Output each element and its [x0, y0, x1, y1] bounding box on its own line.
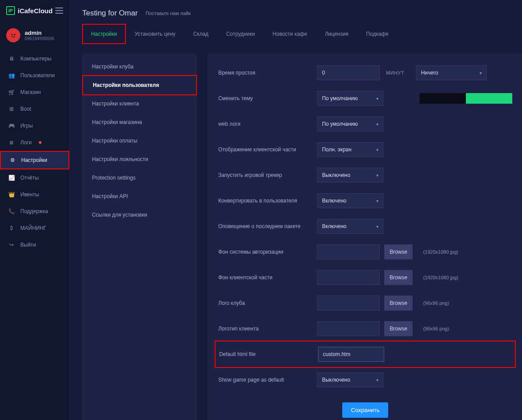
theme-select[interactable]: По умолчанию ▾ — [317, 91, 383, 106]
bg-auth-browse-button[interactable]: Browse — [384, 244, 412, 259]
phone-icon: 📞 — [8, 208, 15, 214]
menu-toggle-icon[interactable] — [55, 8, 63, 14]
sidebar-item-monitor[interactable]: 🖥Компьютеры — [0, 50, 69, 67]
logout-icon: ↪ — [8, 242, 15, 248]
idle-unit: МИНУТ — [386, 70, 410, 75]
row-bg-client: Фон клиентской части Browse (1920x1080 j… — [218, 265, 512, 290]
cart-icon: 🛒 — [8, 89, 15, 95]
logo-client-browse-button[interactable]: Browse — [384, 321, 412, 336]
users-icon: 👥 — [8, 72, 15, 79]
bg-client-hint: (1920x1080 jpg) — [423, 275, 458, 280]
topbar: Testing for Omar Поставьте нам лайк — [70, 0, 522, 24]
like-link[interactable]: Поставьте нам лайк — [146, 11, 191, 16]
page-title: Testing for Omar — [82, 9, 138, 18]
tab-лицензия[interactable]: Лицензия — [317, 25, 356, 43]
sidebar-item-label: Ивенты — [20, 191, 39, 198]
subnav-item[interactable]: Настройки API — [82, 187, 197, 206]
sidebar-item-bitcoin[interactable]: ₿МАЙНИНГ — [0, 220, 69, 236]
label-theme: Сменить тему — [218, 95, 311, 101]
logo-client-hint: (96x96 png) — [423, 326, 449, 331]
gear-icon: ⚙ — [9, 157, 16, 163]
row-logo-club: Лого клуба Browse (96x96 png) — [218, 290, 512, 316]
weblogs-value: По умолчанию — [322, 121, 358, 127]
sidebar-item-crown[interactable]: 👑Ивенты — [0, 186, 69, 203]
subnav-item[interactable]: Настройки магазина — [82, 113, 197, 131]
idle-input[interactable] — [317, 65, 380, 80]
user-id: 096184986696 — [25, 36, 54, 41]
lastpacket-select[interactable]: Включено ▾ — [317, 219, 383, 234]
subnav-item[interactable]: Настройки пользователя — [82, 75, 197, 95]
brand-text: iCafeCloud — [18, 7, 53, 15]
subnav-item[interactable]: Настройки клуба — [82, 57, 197, 76]
theme-value: По умолчанию — [322, 95, 358, 101]
row-theme: Сменить тему По умолчанию ▾ — [218, 86, 512, 111]
bg-client-browse-button[interactable]: Browse — [384, 270, 412, 285]
chevron-down-icon: ▾ — [480, 71, 482, 75]
sidebar-item-gamepad[interactable]: 🎮Игры — [0, 117, 69, 134]
chevron-down-icon: ▾ — [376, 122, 378, 127]
sidebar-item-label: Магазин — [20, 89, 41, 95]
subnav-item[interactable]: Ссылки для установки — [82, 206, 197, 224]
label-bg-auth: Фон системы авторизации — [218, 249, 311, 255]
save-button[interactable]: Сохранить — [342, 402, 389, 418]
row-gamepage: Show game page as default Выключено ▾ — [218, 367, 512, 393]
sidebar-item-cart[interactable]: 🛒Магазин — [0, 84, 69, 101]
tab-настройки[interactable]: Настройки — [83, 25, 125, 43]
theme-green-swatch — [466, 93, 512, 104]
tab-склад[interactable]: Склад — [185, 25, 216, 43]
tab-установить-цену[interactable]: Установить цену — [127, 25, 183, 43]
gamepage-select[interactable]: Выключено ▾ — [317, 372, 383, 387]
tracker-value: Выключено — [322, 172, 350, 178]
row-clientview: Отображение клиентской части Полн. экран… — [218, 137, 512, 162]
tab-сотрудники[interactable]: Сотрудники — [218, 25, 263, 43]
default-html-input[interactable] — [318, 347, 384, 362]
chart-icon: 📈 — [8, 175, 15, 181]
sidebar-item-label: Отчёты — [20, 175, 39, 181]
idle-action-select[interactable]: Ничего ▾ — [416, 65, 487, 80]
logo-club-field[interactable] — [317, 296, 380, 311]
sidebar-item-logs[interactable]: ≣Логи — [0, 134, 69, 151]
sidebar-item-chart[interactable]: 📈Отчёты — [0, 169, 69, 186]
sidebar-item-label: Boot — [20, 106, 31, 112]
subnav-item[interactable]: Настройки клиента — [82, 94, 197, 113]
notification-dot — [39, 141, 42, 144]
theme-dark-swatch — [420, 93, 466, 104]
sidebar-item-windows[interactable]: ⊞Boot — [0, 101, 69, 117]
user-block[interactable]: admin 096184986696 — [0, 21, 69, 46]
chevron-down-icon: ▾ — [376, 199, 378, 203]
label-lastpacket: Оповещение о последнем пакете — [218, 223, 311, 229]
gamepage-value: Выключено — [322, 377, 350, 383]
subnav-item[interactable]: Protection settings — [82, 169, 197, 187]
row-logo-client: Логотип клиента Browse (96x96 png) — [218, 316, 512, 341]
logo-club-hint: (96x96 png) — [423, 300, 449, 306]
gamepad-icon: 🎮 — [8, 123, 15, 129]
row-convert: Конвертировать в пользователя Включено ▾ — [218, 188, 512, 214]
logo-row: iP iCafeCloud — [0, 0, 69, 21]
avatar — [6, 28, 20, 42]
tab-новости-кафе[interactable]: Новости кафе — [265, 25, 315, 43]
subnav-item[interactable]: Настройки оплаты — [82, 131, 197, 150]
save-row: Сохранить — [218, 393, 512, 418]
sidebar-item-label: Компьютеры — [20, 56, 52, 62]
bg-auth-field[interactable] — [317, 244, 380, 259]
idle-action-value: Ничего — [421, 70, 438, 76]
sidebar-item-users[interactable]: 👥Пользователи — [0, 67, 69, 84]
subnav-item[interactable]: Настройки лояльности — [82, 150, 197, 169]
sidebar: iP iCafeCloud admin 096184986696 🖥Компью… — [0, 0, 70, 420]
row-default-html: Default html file — [215, 341, 516, 368]
content: Настройки клубаНастройки пользователяНас… — [70, 44, 522, 420]
logo-client-field[interactable] — [317, 321, 380, 336]
sidebar-item-gear[interactable]: ⚙Настройки — [0, 151, 69, 169]
monitor-icon: 🖥 — [8, 56, 15, 62]
logo-club-browse-button[interactable]: Browse — [384, 296, 412, 311]
weblogs-select[interactable]: По умолчанию ▾ — [317, 116, 383, 131]
sidebar-item-label: Пользователи — [20, 72, 55, 79]
clientview-select[interactable]: Полн. экран ▾ — [317, 142, 383, 157]
sidebar-item-logout[interactable]: ↪Выйти — [0, 236, 69, 253]
clientview-value: Полн. экран — [322, 146, 352, 153]
tracker-select[interactable]: Выключено ▾ — [317, 168, 383, 183]
convert-select[interactable]: Включено ▾ — [317, 193, 383, 208]
bg-client-field[interactable] — [317, 270, 380, 285]
sidebar-item-phone[interactable]: 📞Поддержка — [0, 203, 69, 220]
tab-подкафе[interactable]: Подкафе — [358, 25, 397, 43]
